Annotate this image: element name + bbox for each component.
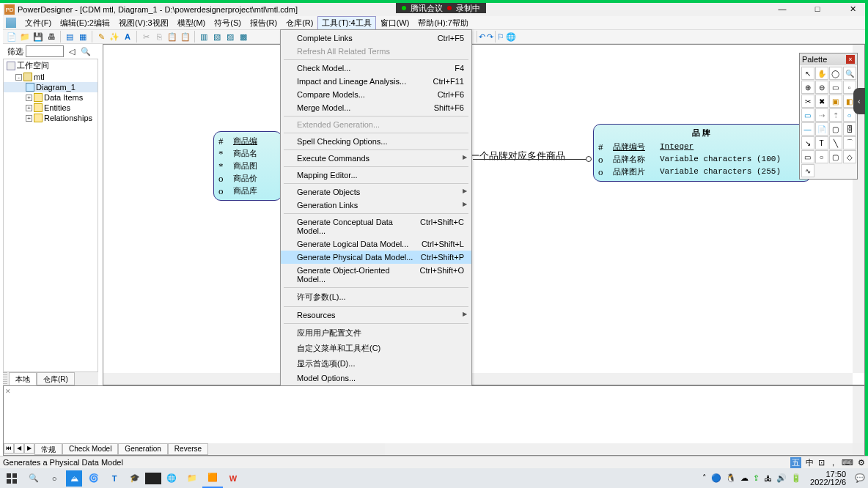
menu-report[interactable]: 报告(R): [246, 16, 282, 30]
tray-net-icon[interactable]: 🖧: [764, 474, 772, 483]
tray-vol-icon[interactable]: 🔊: [776, 473, 787, 483]
palette-poly-icon[interactable]: ◇: [843, 150, 856, 163]
palette-hand-icon[interactable]: ✋: [815, 67, 828, 80]
ime-punct-icon[interactable]: ，: [829, 457, 837, 468]
task-app4-icon[interactable]: 🎓: [125, 468, 145, 488]
palette-box-icon[interactable]: ▢: [829, 122, 842, 136]
palette-titlebar[interactable]: Palette ×: [800, 53, 857, 65]
palette-cut-icon[interactable]: ✂: [801, 95, 814, 108]
tb-flag-icon[interactable]: ⚐: [497, 32, 504, 42]
tab-general[interactable]: 常规: [34, 443, 62, 455]
tb-globe-icon[interactable]: 🌐: [506, 32, 516, 42]
output-grip-icon[interactable]: ✕: [5, 388, 11, 395]
tray-cloud-icon[interactable]: ☁: [740, 473, 749, 483]
palette-zoomout-icon[interactable]: ⊖: [815, 81, 828, 94]
palette-relation-icon[interactable]: ⇢: [815, 108, 828, 122]
menu-file[interactable]: 文件(F): [21, 16, 56, 30]
lang-indicator[interactable]: 中: [806, 457, 814, 468]
tray-notification-icon[interactable]: 💬: [855, 473, 865, 483]
palette-curve-icon[interactable]: ∿: [801, 164, 814, 177]
palette-lasso-icon[interactable]: ◯: [829, 67, 842, 80]
menu-repo[interactable]: 仓库(R): [282, 16, 317, 30]
ime-gear-icon[interactable]: ⚙: [858, 458, 865, 467]
menu-edit[interactable]: 编辑(E):2编辑: [56, 16, 114, 30]
task-app3-icon[interactable]: T: [104, 468, 125, 488]
menu-view[interactable]: 视图(V):3视图: [114, 16, 173, 30]
mi-genpdm[interactable]: Generate Physical Data Model...Ctrl+Shif…: [281, 251, 471, 264]
tree-relationships[interactable]: +Relationships: [4, 113, 98, 123]
taskbar-clock[interactable]: 17:50 2022/12/6: [806, 470, 850, 487]
mi-resources[interactable]: Resources▶: [281, 308, 471, 322]
canvas-hscroll[interactable]: [103, 373, 853, 385]
close-button[interactable]: ✕: [842, 3, 864, 15]
palette-pointer-icon[interactable]: ↖: [801, 67, 814, 80]
palette-line-icon[interactable]: ╲: [829, 136, 842, 149]
tb-edit-icon[interactable]: ✎: [95, 31, 107, 42]
start-button[interactable]: [0, 468, 23, 488]
palette-fit-icon[interactable]: ▭: [829, 81, 842, 94]
palette-close-icon[interactable]: ×: [846, 55, 855, 64]
palette-zoom-icon[interactable]: 🔍: [843, 67, 856, 80]
mi-impact[interactable]: Impact and Lineage Analysis...Ctrl+F11: [281, 75, 471, 88]
palette-zoomin-icon[interactable]: ⊕: [801, 81, 814, 94]
tb-copy-icon[interactable]: ⎘: [153, 31, 165, 42]
tree-package[interactable]: -mtl: [4, 72, 98, 82]
palette-ellipse-icon[interactable]: ○: [815, 150, 828, 163]
tree-workspace[interactable]: 工作空间: [4, 59, 98, 72]
tb-new-icon[interactable]: 📄: [6, 31, 18, 42]
tab-repo[interactable]: 仓库(R): [37, 372, 75, 385]
task-wps-icon[interactable]: W: [223, 468, 243, 488]
tb-undo-icon[interactable]: ↶: [479, 32, 485, 42]
ime-mode-icon[interactable]: ⊡: [818, 458, 825, 467]
palette-db-icon[interactable]: 🗄: [843, 122, 856, 136]
diagram-canvas[interactable]: #商品编 *商品名 *商品图 o商品价 o商品库 一个品牌对应多件商品 品牌 #…: [103, 44, 865, 385]
palette-arc-icon[interactable]: ⌒: [843, 136, 856, 149]
output-nav-next[interactable]: ▶: [24, 443, 34, 454]
tree-diagram[interactable]: Diagram_1: [4, 82, 98, 92]
palette-package-icon[interactable]: ▣: [829, 95, 842, 108]
side-tab-handle[interactable]: ‹: [853, 88, 865, 114]
mi-genoom[interactable]: Generate Object-Oriented Model...Ctrl+Sh…: [281, 264, 471, 286]
relation-line[interactable]: [473, 159, 592, 160]
tb-layer-icon[interactable]: ▦: [77, 31, 89, 42]
expand-icon[interactable]: +: [26, 105, 32, 111]
expand-icon[interactable]: +: [26, 115, 32, 122]
mi-check-model[interactable]: Check Model...F4: [281, 62, 471, 75]
tb-text-icon[interactable]: A: [122, 31, 133, 42]
task-chrome-icon[interactable]: 🌐: [161, 468, 182, 488]
mi-gencdm[interactable]: Generate Conceptual Data Model...Ctrl+Sh…: [281, 215, 471, 237]
tb-paste-icon[interactable]: 📋: [166, 31, 178, 42]
task-powerdesigner-icon[interactable]: 🟧: [202, 468, 223, 488]
task-explorer-icon[interactable]: 📁: [182, 468, 202, 488]
tb-redo-icon[interactable]: ↷: [487, 32, 493, 42]
mi-custmenu[interactable]: 自定义菜单和工具栏(C): [281, 341, 471, 356]
palette-text-icon[interactable]: T: [815, 136, 828, 149]
mi-modopt[interactable]: Model Options...: [281, 371, 471, 385]
menu-tools[interactable]: 工具(T):4工具: [317, 16, 375, 30]
tb-paste2-icon[interactable]: 📋: [180, 31, 191, 42]
tb-wand-icon[interactable]: ✨: [108, 31, 120, 42]
tb-g1-icon[interactable]: ▥: [198, 31, 210, 42]
tray-up-icon[interactable]: ˄: [702, 473, 707, 483]
ime-kbd-icon[interactable]: ⌨: [842, 458, 853, 467]
filter-input[interactable]: [26, 45, 64, 57]
entity-right[interactable]: 品牌 #品牌编号Integer o品牌名称Variable characters…: [593, 124, 812, 182]
menu-window[interactable]: 窗口(W): [376, 16, 414, 30]
collapse-icon[interactable]: -: [15, 74, 22, 81]
palette-file-icon[interactable]: 📄: [815, 122, 828, 136]
tray-app1-icon[interactable]: 🔵: [711, 473, 721, 483]
tb-folder-icon[interactable]: 📁: [19, 31, 31, 42]
output-vscroll[interactable]: [853, 386, 864, 443]
menu-model[interactable]: 模型(M): [173, 16, 210, 30]
palette-panel[interactable]: Palette × ↖ ✋ ◯ 🔍 ⊕ ⊖ ▭ ▫ ✂ ✖ ▣ ◧ ▭ ⇢ ⇡ …: [799, 53, 858, 180]
mi-compare[interactable]: Compare Models...Ctrl+F6: [281, 88, 471, 101]
tb-print-icon[interactable]: 🖶: [45, 31, 57, 42]
tb-g2-icon[interactable]: ▧: [211, 31, 223, 42]
mi-mapping[interactable]: Mapping Editor...: [281, 169, 471, 182]
ime-indicator[interactable]: 五: [790, 457, 801, 468]
tray-battery-icon[interactable]: 🔋: [791, 473, 801, 483]
tree-entities[interactable]: +Entities: [4, 103, 98, 113]
tb-save-icon[interactable]: 💾: [32, 31, 44, 42]
filter-search-icon[interactable]: 🔍: [80, 45, 92, 57]
tab-reverse[interactable]: Reverse: [168, 443, 208, 455]
